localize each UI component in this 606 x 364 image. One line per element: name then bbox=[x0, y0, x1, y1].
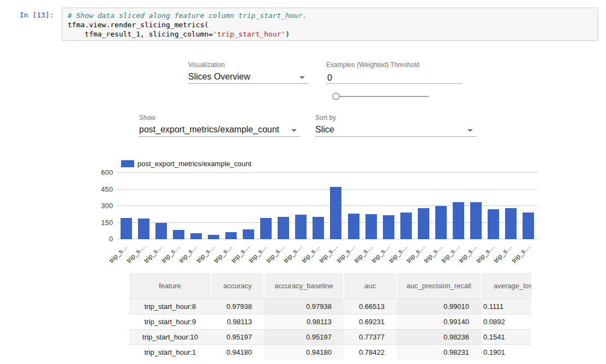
metrics-table-wrap: featureaccuracyaccuracy_baselineaucauc_p… bbox=[129, 273, 531, 364]
metric-cell: 0.97938 bbox=[264, 299, 344, 314]
metrics-table: featureaccuracyaccuracy_baselineaucauc_p… bbox=[129, 273, 531, 360]
threshold-slider[interactable] bbox=[332, 93, 429, 100]
chart-bar[interactable] bbox=[383, 215, 394, 239]
chart-bar[interactable] bbox=[453, 202, 464, 239]
chart-bar[interactable] bbox=[348, 214, 359, 239]
chart-plot bbox=[117, 173, 537, 239]
chart-bar[interactable] bbox=[260, 218, 272, 239]
chart-bar[interactable] bbox=[295, 215, 307, 239]
bar-slot bbox=[380, 173, 397, 239]
column-header[interactable]: auc_precision_recall bbox=[397, 273, 481, 299]
threshold-input[interactable] bbox=[326, 71, 463, 84]
notebook-page: In [13]: # Show data sliced along featur… bbox=[0, 0, 606, 364]
bar-slot bbox=[135, 173, 152, 239]
bar-slot bbox=[170, 173, 187, 239]
chart-bar[interactable] bbox=[243, 229, 254, 239]
chart-bar[interactable] bbox=[208, 235, 219, 239]
chart-bar[interactable] bbox=[435, 206, 447, 239]
bar-slot bbox=[152, 173, 170, 239]
feature-cell: trip_start_hour:10 bbox=[129, 329, 211, 344]
feature-cell: trip_start_hour:1 bbox=[129, 344, 211, 360]
chart-bar[interactable] bbox=[400, 213, 412, 239]
chart-bar[interactable] bbox=[155, 223, 167, 239]
chart-legend: post_export_metrics/example_count bbox=[121, 160, 251, 168]
column-header[interactable]: auc bbox=[344, 273, 397, 299]
metric-cell: 0.0892 bbox=[481, 314, 531, 329]
bar-slot bbox=[502, 173, 520, 239]
bar-slot bbox=[275, 173, 292, 239]
bar-slot bbox=[485, 173, 502, 239]
chart-x-labels: trip_s…trip_s…trip_s…trip_s…trip_s…trip_… bbox=[117, 240, 537, 260]
code-cell[interactable]: # Show data sliced along feature column … bbox=[62, 8, 598, 41]
chart-bar[interactable] bbox=[173, 230, 184, 239]
sort-by-select[interactable]: Slice bbox=[315, 124, 476, 137]
chart-bar[interactable] bbox=[505, 208, 517, 239]
metric-cell: 0.66513 bbox=[344, 299, 397, 314]
chart-bar[interactable] bbox=[470, 202, 482, 239]
bar-slot bbox=[187, 173, 205, 239]
show-select[interactable]: post_export_metrics/example_count bbox=[139, 124, 300, 137]
legend-label: post_export_metrics/example_count bbox=[137, 160, 251, 168]
table-row: trip_start_hour:80.979380.979380.665130.… bbox=[129, 299, 531, 314]
visualization-label: Visualization bbox=[188, 61, 225, 69]
sort-by-label: Sort by bbox=[315, 114, 336, 122]
visualization-select[interactable]: Slices Overview bbox=[188, 71, 308, 84]
code-line: # Show data sliced along feature column … bbox=[68, 11, 592, 20]
visualization-value: Slices Overview bbox=[188, 72, 250, 81]
chart-bar[interactable] bbox=[365, 214, 377, 239]
bar-slot bbox=[222, 173, 239, 239]
x-axis-label: trip_s… bbox=[107, 243, 129, 264]
y-axis-label: 150 bbox=[82, 219, 113, 227]
y-axis-label: 600 bbox=[82, 168, 113, 177]
metric-cell: 0.98231 bbox=[397, 344, 481, 360]
metric-cell: 0.69231 bbox=[344, 314, 397, 329]
chart-bar[interactable] bbox=[418, 208, 429, 239]
slider-track[interactable] bbox=[337, 96, 429, 97]
threshold-label: Examples (Weighted) Threshold bbox=[326, 61, 419, 69]
cell-prompt: In [13]: bbox=[20, 11, 54, 19]
chevron-down-icon bbox=[299, 76, 305, 79]
chart-bar[interactable] bbox=[121, 218, 132, 239]
chart-bar[interactable] bbox=[225, 232, 237, 239]
bar-slot bbox=[467, 173, 485, 239]
chevron-down-icon bbox=[291, 129, 297, 132]
chart-bars bbox=[117, 173, 537, 239]
bar-slot bbox=[345, 173, 362, 239]
bar-slot bbox=[327, 173, 345, 239]
bar-slot bbox=[362, 173, 380, 239]
metric-cell: 0.95197 bbox=[211, 329, 264, 344]
code-text: tfma_result_1, slicing_column= bbox=[68, 30, 213, 38]
bar-slot bbox=[117, 173, 135, 239]
column-header[interactable]: feature bbox=[129, 273, 211, 299]
chart-bar[interactable] bbox=[523, 213, 534, 239]
metric-cell: 0.98113 bbox=[211, 314, 264, 329]
bar-slot bbox=[310, 173, 327, 239]
table-header-row: featureaccuracyaccuracy_baselineaucauc_p… bbox=[129, 273, 531, 299]
y-axis-label: 0 bbox=[82, 235, 113, 243]
chart-bar[interactable] bbox=[313, 217, 324, 239]
bar-slot bbox=[415, 173, 432, 239]
bar-slot bbox=[240, 173, 257, 239]
slider-thumb[interactable] bbox=[332, 93, 340, 100]
column-header[interactable]: accuracy_baseline bbox=[264, 273, 344, 299]
metric-cell: 0.77377 bbox=[344, 329, 397, 344]
chart-bar[interactable] bbox=[138, 219, 149, 239]
column-header[interactable]: accuracy bbox=[211, 273, 264, 299]
metric-cell: 0.98113 bbox=[264, 314, 344, 329]
metric-cell: 0.98236 bbox=[397, 329, 481, 344]
bar-slot bbox=[292, 173, 310, 239]
chart-bar[interactable] bbox=[330, 187, 341, 239]
y-axis-label: 300 bbox=[82, 202, 113, 210]
y-axis-label: 450 bbox=[82, 185, 113, 193]
bar-slot bbox=[397, 173, 415, 239]
metric-cell: 0.1541 bbox=[481, 329, 531, 344]
chart-bar[interactable] bbox=[488, 209, 499, 239]
legend-swatch-icon bbox=[121, 160, 134, 167]
chart-y-axis: 0150300450600 bbox=[82, 173, 113, 239]
chart-bar[interactable] bbox=[190, 233, 202, 239]
metric-cell: 0.95197 bbox=[264, 329, 344, 344]
chart-bar[interactable] bbox=[278, 217, 289, 239]
column-header[interactable]: average_loss bbox=[481, 273, 531, 299]
code-line: tfma_result_1, slicing_column='trip_star… bbox=[68, 29, 592, 39]
code-string: 'trip_start_hour' bbox=[213, 30, 285, 38]
